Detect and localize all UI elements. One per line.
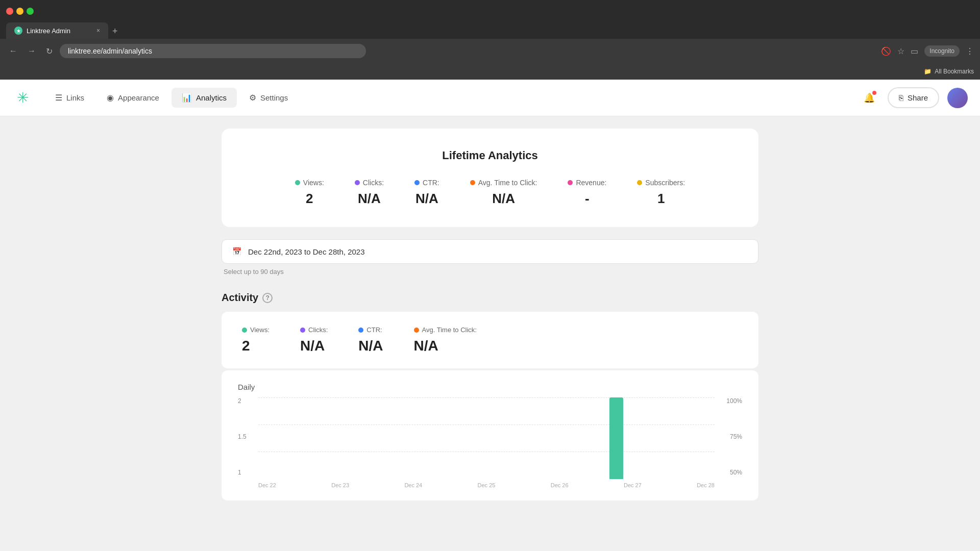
tab-links-label: Links bbox=[66, 93, 84, 102]
tab-close-button[interactable]: × bbox=[96, 27, 100, 34]
forward-button[interactable]: → bbox=[24, 44, 39, 58]
app-container: ✳ ☰ Links ◉ Appearance 📊 Analytics ⚙ Set… bbox=[0, 80, 980, 551]
date-range-value: Dec 22nd, 2023 to Dec 28th, 2023 bbox=[248, 247, 365, 256]
activity-header: Activity ? bbox=[222, 292, 758, 304]
logo[interactable]: ✳ bbox=[12, 88, 33, 108]
activity-stat-ctr-value: N/A bbox=[358, 338, 383, 354]
activity-stat-views-label: Views: bbox=[242, 326, 270, 334]
date-range-picker[interactable]: 📅 Dec 22nd, 2023 to Dec 28th, 2023 bbox=[222, 239, 758, 264]
lifetime-analytics-title: Lifetime Analytics bbox=[242, 149, 738, 162]
share-icon: ⎘ bbox=[899, 93, 903, 102]
stat-subscribers-label: Subscribers: bbox=[637, 179, 685, 187]
activity-stat-clicks-label: Clicks: bbox=[300, 326, 328, 334]
stat-avg-time-dot bbox=[470, 180, 475, 185]
activity-stat-clicks: Clicks: N/A bbox=[300, 326, 328, 354]
tab-analytics-label: Analytics bbox=[196, 93, 227, 102]
activity-help-icon[interactable]: ? bbox=[262, 293, 273, 303]
bar-23 bbox=[609, 397, 623, 479]
stat-ctr: CTR: N/A bbox=[414, 179, 439, 207]
activity-stats: Views: 2 Clicks: N/A bbox=[242, 326, 738, 354]
chart-x-axis: Dec 22 Dec 23 Dec 24 Dec 25 Dec 26 Dec 2… bbox=[258, 479, 715, 488]
stat-subscribers: Subscribers: 1 bbox=[637, 179, 685, 207]
browser-nav-icons: 🚫 ☆ ▭ Incognito ⋮ bbox=[881, 45, 974, 57]
stat-views-label: Views: bbox=[295, 179, 324, 187]
tab-links[interactable]: ☰ Links bbox=[45, 88, 94, 108]
stat-revenue-dot bbox=[568, 180, 573, 185]
activity-stat-avg-time: Avg. Time to Click: N/A bbox=[414, 326, 477, 354]
stat-clicks-value: N/A bbox=[358, 191, 381, 207]
browser-chrome: ★ Linktree Admin × + ← → ↻ 🚫 ☆ ▭ Incogni… bbox=[0, 0, 980, 80]
tab-settings-label: Settings bbox=[260, 93, 288, 102]
notification-button[interactable]: 🔔 bbox=[859, 88, 879, 108]
chart-right-axis: 100% 75% 50% bbox=[717, 397, 742, 476]
title-bar bbox=[0, 0, 980, 22]
y-label-2: 2 bbox=[238, 397, 256, 405]
activity-stat-views-value: 2 bbox=[242, 338, 250, 354]
minimize-window-button[interactable] bbox=[16, 8, 23, 15]
close-window-button[interactable] bbox=[6, 8, 13, 15]
activity-stat-views: Views: 2 bbox=[242, 326, 270, 354]
appearance-icon: ◉ bbox=[107, 93, 114, 103]
stat-clicks-dot bbox=[355, 180, 360, 185]
browser-tab[interactable]: ★ Linktree Admin × bbox=[6, 22, 108, 39]
browser-nav: ← → ↻ 🚫 ☆ ▭ Incognito ⋮ bbox=[0, 39, 980, 63]
settings-icon: ⚙ bbox=[249, 93, 256, 103]
stat-clicks-label: Clicks: bbox=[355, 179, 384, 187]
r-label-100: 100% bbox=[726, 397, 742, 405]
stat-avg-time-value: N/A bbox=[492, 191, 515, 207]
stat-views: Views: 2 bbox=[295, 179, 324, 207]
stat-views-value: 2 bbox=[306, 191, 313, 207]
lifetime-analytics-card: Lifetime Analytics Views: 2 Clicks: N/A bbox=[222, 129, 758, 227]
main-content: Lifetime Analytics Views: 2 Clicks: N/A bbox=[209, 116, 771, 513]
tab-settings[interactable]: ⚙ Settings bbox=[239, 88, 298, 108]
new-tab-button[interactable]: + bbox=[108, 24, 122, 39]
window-controls bbox=[6, 8, 34, 15]
activity-views-dot bbox=[242, 328, 247, 333]
chart-label: Daily bbox=[238, 383, 742, 391]
activity-clicks-dot bbox=[300, 328, 305, 333]
sidebar-icon: ▭ bbox=[911, 46, 918, 56]
stat-ctr-value: N/A bbox=[415, 191, 438, 207]
stat-avg-time-label: Avg. Time to Click: bbox=[470, 179, 537, 187]
y-label-1-5: 1.5 bbox=[238, 433, 256, 440]
stat-avg-time: Avg. Time to Click: N/A bbox=[470, 179, 537, 207]
x-label-dec24: Dec 24 bbox=[404, 482, 422, 488]
analytics-icon: 📊 bbox=[182, 93, 192, 103]
bookmarks-label[interactable]: All Bookmarks bbox=[935, 68, 974, 75]
r-label-50: 50% bbox=[730, 469, 742, 476]
tab-analytics[interactable]: 📊 Analytics bbox=[172, 88, 237, 108]
x-label-dec22: Dec 22 bbox=[258, 482, 276, 488]
chart-y-axis: 2 1.5 1 bbox=[238, 397, 256, 476]
back-button[interactable]: ← bbox=[6, 44, 20, 58]
share-button[interactable]: ⎘ Share bbox=[888, 87, 939, 108]
tab-title: Linktree Admin bbox=[27, 27, 70, 35]
notification-dot bbox=[872, 91, 876, 95]
stat-subscribers-dot bbox=[637, 180, 642, 185]
activity-ctr-dot bbox=[358, 328, 363, 333]
x-label-dec26: Dec 26 bbox=[551, 482, 569, 488]
activity-stat-ctr: CTR: N/A bbox=[358, 326, 383, 354]
incognito-badge[interactable]: Incognito bbox=[924, 45, 960, 57]
lifetime-analytics-stats: Views: 2 Clicks: N/A CTR: N bbox=[242, 179, 738, 207]
activity-stat-avg-time-value: N/A bbox=[414, 338, 438, 354]
refresh-button[interactable]: ↻ bbox=[43, 44, 56, 58]
tab-favicon: ★ bbox=[14, 27, 22, 35]
chart-bars bbox=[258, 397, 715, 479]
x-label-dec23: Dec 23 bbox=[331, 482, 349, 488]
bookmarks-bar: 📁 All Bookmarks bbox=[0, 63, 980, 80]
share-label: Share bbox=[908, 93, 928, 102]
avatar[interactable] bbox=[947, 88, 968, 108]
tab-appearance[interactable]: ◉ Appearance bbox=[96, 88, 169, 108]
calendar-icon: 📅 bbox=[232, 247, 242, 256]
stat-clicks: Clicks: N/A bbox=[355, 179, 384, 207]
stat-revenue-label: Revenue: bbox=[568, 179, 606, 187]
extensions-icon: ⋮ bbox=[966, 46, 974, 56]
nav-right: 🔔 ⎘ Share bbox=[859, 87, 968, 108]
nav-tabs: ☰ Links ◉ Appearance 📊 Analytics ⚙ Setti… bbox=[45, 88, 859, 108]
address-bar[interactable] bbox=[60, 44, 366, 58]
x-label-dec27: Dec 27 bbox=[624, 482, 642, 488]
chart-container: Daily 2 1.5 1 bbox=[222, 370, 758, 500]
date-range-hint: Select up to 90 days bbox=[222, 268, 758, 276]
logo-symbol: ✳ bbox=[17, 89, 29, 106]
maximize-window-button[interactable] bbox=[27, 8, 34, 15]
